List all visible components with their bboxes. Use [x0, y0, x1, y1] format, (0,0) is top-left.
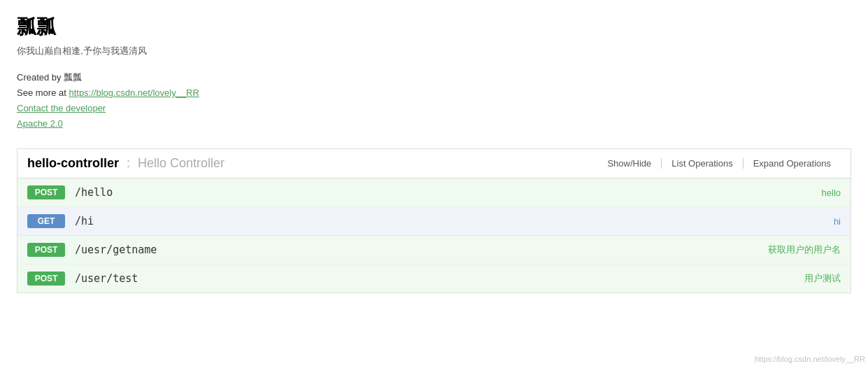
api-row[interactable]: POST/uesr/getname获取用户的用户名 — [17, 236, 851, 265]
show-hide-link[interactable]: Show/Hide — [597, 158, 661, 169]
license-line[interactable]: Apache 2.0 — [17, 116, 851, 132]
created-by-author: 瓢瓢 — [64, 72, 82, 83]
api-path: /uesr/getname — [75, 244, 768, 256]
method-badge: POST — [27, 185, 65, 199]
controller-header: hello-controller : Hello Controller Show… — [17, 149, 851, 178]
controller-id: hello-controller — [27, 156, 119, 170]
api-row[interactable]: POST/user/test用户测试 — [17, 265, 851, 293]
controller-actions: Show/Hide List Operations Expand Operati… — [597, 158, 841, 169]
see-more-line: See more at https://blog.csdn.net/lovely… — [17, 85, 851, 101]
controller-section: hello-controller : Hello Controller Show… — [17, 148, 851, 293]
api-path: /hi — [75, 215, 834, 227]
api-path: /hello — [75, 186, 822, 199]
app-title: 瓢瓢 — [17, 14, 851, 41]
controller-title: hello-controller : Hello Controller — [27, 156, 597, 171]
expand-operations-link[interactable]: Expand Operations — [743, 158, 841, 169]
created-by-label: Created by — [17, 72, 64, 83]
method-badge: POST — [27, 272, 65, 286]
contact-line[interactable]: Contact the developer — [17, 101, 851, 116]
api-description: hi — [834, 216, 841, 227]
info-section: Created by 瓢瓢 See more at https://blog.c… — [17, 70, 851, 132]
license-link[interactable]: Apache 2.0 — [17, 118, 63, 129]
controller-name: Hello Controller — [138, 156, 225, 170]
endpoints-container: POST/hellohelloGET/hihiPOST/uesr/getname… — [17, 178, 851, 293]
api-description: 用户测试 — [804, 272, 841, 285]
method-badge: GET — [27, 214, 65, 228]
app-subtitle: 你我山巅自相逢,予你与我遇清风 — [17, 45, 851, 57]
api-row[interactable]: POST/hellohello — [17, 178, 851, 207]
api-path: /user/test — [75, 272, 804, 285]
api-description: 获取用户的用户名 — [768, 244, 841, 256]
api-row[interactable]: GET/hihi — [17, 207, 851, 236]
api-description: hello — [822, 188, 841, 198]
controller-separator: : — [127, 156, 134, 170]
see-more-label: See more at — [17, 87, 69, 98]
list-operations-link[interactable]: List Operations — [661, 158, 742, 169]
see-more-link[interactable]: https://blog.csdn.net/lovely__RR — [69, 87, 199, 98]
method-badge: POST — [27, 243, 65, 257]
contact-link[interactable]: Contact the developer — [17, 103, 106, 113]
created-by-line: Created by 瓢瓢 — [17, 70, 851, 85]
